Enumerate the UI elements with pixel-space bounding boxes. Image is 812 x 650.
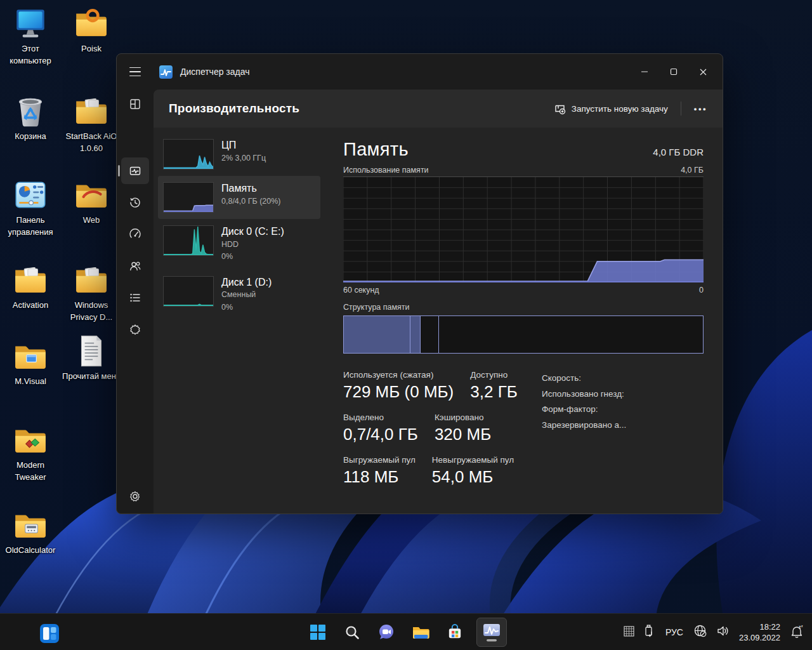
microsoft-store-button[interactable] bbox=[442, 620, 468, 645]
task-manager-icon bbox=[481, 621, 502, 643]
language-indicator[interactable]: РУС bbox=[664, 627, 684, 637]
perf-item-disk0[interactable]: Диск 0 (C: E:) HDD 0% bbox=[158, 219, 320, 270]
stat-label: Выделено bbox=[343, 413, 418, 422]
stat-cached: Кэшировано 320 МБ bbox=[435, 413, 491, 444]
folder-app-icon bbox=[12, 338, 49, 375]
desktop-icon-mvisual[interactable]: M.Visual bbox=[0, 338, 61, 388]
memory-composition-segment-free bbox=[439, 316, 703, 353]
desktop-icon-label: StartBack AiO 1.0.60 bbox=[61, 131, 122, 155]
stat-value: 118 МБ bbox=[343, 467, 416, 487]
search-button[interactable] bbox=[339, 620, 365, 645]
search-icon bbox=[344, 624, 360, 640]
hardware-info-labels: Скорость: Использовано гнезд: Форм-факто… bbox=[542, 370, 626, 498]
perf-item-cpu[interactable]: ЦП 2% 3,00 ГГц bbox=[158, 133, 320, 176]
stat-label: Выгружаемый пул bbox=[343, 455, 416, 465]
desktop-icon-modern-tweaker[interactable]: Modern Tweaker bbox=[0, 421, 61, 484]
windows-start-icon bbox=[310, 624, 326, 640]
memory-composition-segment-in-use bbox=[344, 316, 410, 353]
nav-users[interactable] bbox=[121, 253, 149, 279]
memory-mini-chart bbox=[163, 182, 214, 213]
nav-app-history[interactable] bbox=[121, 189, 149, 216]
desktop-icon-this-pc[interactable]: Этот компьютер bbox=[0, 5, 61, 67]
microsoft-store-icon bbox=[445, 623, 464, 642]
header-separator bbox=[681, 102, 681, 116]
desktop-icon-recycle-bin[interactable]: Корзина bbox=[0, 93, 61, 143]
desktop-icon-readme[interactable]: Прочитай меня bbox=[61, 333, 122, 383]
disk0-mini-chart bbox=[163, 225, 214, 256]
desktop-icon-activation[interactable]: Activation bbox=[0, 262, 61, 312]
desktop-icon-oldcalculator[interactable]: OldCalculator bbox=[0, 507, 61, 557]
notifications-dnd-icon[interactable]: z z bbox=[789, 623, 804, 641]
usage-chart-max: 4,0 ГБ bbox=[681, 166, 704, 175]
stat-label: Используется (сжатая) bbox=[343, 370, 454, 380]
task-manager-window: Диспетчер задач bbox=[116, 53, 723, 514]
more-options-button[interactable]: ••• bbox=[688, 100, 714, 117]
perf-item-title: Диск 0 (C: E:) bbox=[221, 225, 284, 239]
memory-composition-segment-modified bbox=[410, 316, 421, 353]
desktop-icon-poisk[interactable]: Poisk bbox=[61, 5, 122, 55]
app-grid-tray-icon[interactable] bbox=[624, 626, 634, 639]
page-title: Производительность bbox=[169, 102, 547, 116]
perf-item-detail: HDD bbox=[221, 239, 284, 251]
stat-label: Кэшировано bbox=[435, 413, 491, 422]
speed-label: Скорость: bbox=[542, 371, 626, 387]
desktop-icon-windows-privacy[interactable]: Windows Privacy D... bbox=[61, 262, 122, 324]
nav-processes[interactable] bbox=[121, 91, 149, 117]
this-pc-icon bbox=[12, 5, 49, 42]
tray-date: 23.09.2022 bbox=[739, 632, 780, 643]
text-document-icon bbox=[73, 333, 110, 369]
perf-item-detail: Сменный bbox=[221, 289, 272, 301]
clock[interactable]: 18:22 23.09.2022 bbox=[739, 621, 780, 643]
perf-item-detail: 0% bbox=[221, 302, 272, 314]
tray-time: 18:22 bbox=[739, 621, 780, 632]
time-axis-right: 0 bbox=[699, 286, 704, 295]
desktop-icon-startback[interactable]: StartBack AiO 1.0.60 bbox=[61, 93, 122, 155]
run-new-task-button[interactable]: Запустить новую задачу bbox=[547, 98, 674, 119]
desktop-icon-label: OldCalculator bbox=[0, 545, 61, 557]
widgets-button[interactable] bbox=[37, 621, 62, 646]
time-axis-left: 60 секунд bbox=[343, 286, 379, 295]
perf-item-detail: 2% 3,00 ГГц bbox=[221, 152, 266, 164]
desktop-icon-control-panel[interactable]: Панель управления bbox=[0, 176, 61, 239]
startup-apps-icon bbox=[129, 228, 141, 241]
stat-label: Доступно bbox=[470, 370, 518, 380]
stat-committed: Выделено 0,7/4,0 ГБ bbox=[343, 413, 418, 444]
desktop-icon-web[interactable]: Web bbox=[61, 176, 122, 227]
network-offline-icon[interactable] bbox=[693, 624, 707, 640]
performance-page: ЦП 2% 3,00 ГГц Память 0,8/4,0 ГБ (20%) bbox=[154, 128, 723, 514]
disk1-mini-chart bbox=[163, 276, 214, 307]
memory-detail-pane: Память 4,0 ГБ DDR Использование памяти 4… bbox=[343, 139, 704, 498]
close-button[interactable] bbox=[688, 61, 717, 83]
stat-value: 3,2 ГБ bbox=[470, 382, 518, 402]
navigation-menu-button[interactable] bbox=[126, 62, 145, 81]
nav-performance[interactable] bbox=[121, 157, 149, 184]
perf-item-disk1[interactable]: Диск 1 (D:) Сменный 0% bbox=[158, 270, 320, 321]
nav-services[interactable] bbox=[121, 316, 149, 343]
stat-value: 0,7/4,0 ГБ bbox=[343, 425, 418, 444]
usb-safely-remove-icon[interactable] bbox=[643, 624, 655, 640]
folder-search-icon bbox=[73, 5, 110, 42]
folder-calc-icon bbox=[12, 507, 49, 543]
nav-details[interactable] bbox=[121, 284, 149, 311]
file-explorer-button[interactable] bbox=[408, 620, 433, 645]
memory-title: Память bbox=[343, 139, 409, 160]
desktop-icon-label: Этот компьютер bbox=[0, 43, 61, 67]
chat-button[interactable] bbox=[374, 620, 399, 645]
perf-item-memory[interactable]: Память 0,8/4,0 ГБ (20%) bbox=[158, 176, 320, 219]
folder-docs-icon bbox=[73, 262, 110, 298]
start-button[interactable] bbox=[305, 620, 331, 645]
close-icon bbox=[699, 68, 707, 76]
stat-non-paged-pool: Невыгружаемый пул 54,0 МБ bbox=[432, 455, 514, 487]
perf-item-detail: 0,8/4,0 ГБ (20%) bbox=[221, 196, 281, 208]
nav-startup-apps[interactable] bbox=[121, 221, 149, 248]
task-manager-taskbar-button[interactable] bbox=[476, 618, 507, 647]
nav-settings[interactable] bbox=[121, 483, 149, 510]
task-manager-app-icon bbox=[159, 65, 173, 79]
memory-composition-segment-standby bbox=[421, 316, 439, 353]
folder-gems-icon bbox=[12, 421, 49, 458]
minimize-button[interactable] bbox=[630, 61, 659, 83]
desktop-icon-label: Web bbox=[61, 215, 122, 227]
volume-icon[interactable] bbox=[716, 624, 730, 640]
maximize-button[interactable] bbox=[659, 61, 688, 83]
taskbar: РУС 18:22 23.09.2022 bbox=[0, 613, 812, 650]
